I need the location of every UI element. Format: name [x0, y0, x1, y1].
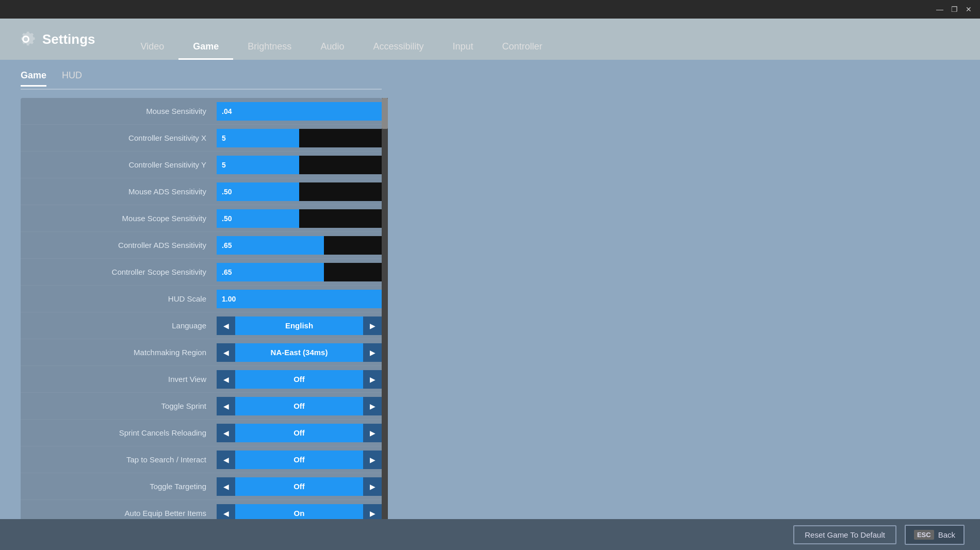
app-logo: Settings [15, 29, 95, 49]
matchmaking-prev-button[interactable]: ◀ [217, 343, 235, 362]
mouse-ads-value: .50 [222, 188, 232, 196]
setting-label-toggle-sprint: Toggle Sprint [21, 402, 217, 410]
sprint-cancels-select: ◀ Off ▶ [217, 424, 382, 442]
toggle-sprint-prev-button[interactable]: ◀ [217, 397, 235, 415]
ctrl-sensitivity-y-slider[interactable]: 5 [217, 156, 382, 174]
toggle-targeting-select: ◀ Off ▶ [217, 477, 382, 496]
table-row: Matchmaking Region ◀ NA-East (34ms) ▶ [21, 339, 382, 366]
ctrl-sensitivity-x-slider[interactable]: 5 [217, 129, 382, 147]
table-row: Controller Scope Sensitivity .65 [21, 259, 382, 286]
nav-tab-brightness[interactable]: Brightness [233, 35, 306, 60]
matchmaking-value: NA-East (34ms) [235, 343, 363, 362]
nav-tab-game[interactable]: Game [178, 35, 233, 60]
toggle-targeting-prev-button[interactable]: ◀ [217, 477, 235, 496]
language-prev-button[interactable]: ◀ [217, 316, 235, 335]
close-button[interactable]: ✕ [961, 2, 976, 16]
esc-badge: ESC [914, 530, 934, 540]
scroll-thumb[interactable] [382, 98, 388, 129]
tap-search-next-button[interactable]: ▶ [363, 451, 382, 469]
toggle-sprint-value: Off [235, 397, 363, 415]
setting-label-ctrl-y: Controller Sensitivity Y [21, 160, 217, 169]
sprint-cancels-prev-button[interactable]: ◀ [217, 424, 235, 442]
ctrl-sensitivity-x-value: 5 [222, 134, 226, 142]
mouse-scope-value: .50 [222, 214, 232, 223]
setting-label-language: Language [21, 321, 217, 330]
setting-label-hud-scale: HUD Scale [21, 294, 217, 303]
table-row: HUD Scale 1.00 [21, 286, 382, 312]
setting-label-toggle-targeting: Toggle Targeting [21, 482, 217, 491]
hud-scale-slider[interactable]: 1.00 [217, 290, 382, 308]
language-select: ◀ English ▶ [217, 316, 382, 335]
setting-label-tap-search: Tap to Search / Interact [21, 455, 217, 464]
table-row: Sprint Cancels Reloading ◀ Off ▶ [21, 420, 382, 446]
setting-label-invert-view: Invert View [21, 375, 217, 384]
settings-container: Mouse Sensitivity .04 Controller Sensiti… [21, 98, 382, 550]
setting-label-matchmaking: Matchmaking Region [21, 348, 217, 357]
ctrl-scope-slider[interactable]: .65 [217, 263, 382, 281]
nav-area: Settings Video Game Brightness Audio Acc… [0, 19, 980, 60]
ctrl-ads-slider[interactable]: .65 [217, 236, 382, 255]
sub-tab-hud[interactable]: HUD [62, 70, 82, 87]
toggle-targeting-value: Off [235, 477, 363, 496]
setting-label-ctrl-scope: Controller Scope Sensitivity [21, 268, 217, 276]
mouse-sensitivity-slider[interactable]: .04 [217, 102, 382, 121]
ctrl-scope-value: .65 [222, 268, 232, 276]
minimize-button[interactable]: — [933, 2, 947, 16]
tap-search-prev-button[interactable]: ◀ [217, 451, 235, 469]
invert-view-next-button[interactable]: ▶ [363, 370, 382, 389]
mouse-sensitivity-value: .04 [222, 107, 232, 115]
main-content: Game HUD Mouse Sensitivity .04 Controlle… [0, 60, 980, 519]
sprint-cancels-value: Off [235, 424, 363, 442]
table-row: Toggle Targeting ◀ Off ▶ [21, 473, 382, 500]
table-row: Controller Sensitivity X 5 [21, 125, 382, 152]
toggle-targeting-next-button[interactable]: ▶ [363, 477, 382, 496]
invert-view-value: Off [235, 370, 363, 389]
mouse-ads-slider[interactable]: .50 [217, 182, 382, 201]
setting-label-mouse-scope: Mouse Scope Sensitivity [21, 214, 217, 223]
matchmaking-next-button[interactable]: ▶ [363, 343, 382, 362]
gear-icon [15, 29, 36, 49]
setting-label-ctrl-x: Controller Sensitivity X [21, 134, 217, 142]
tap-search-select: ◀ Off ▶ [217, 451, 382, 469]
mouse-scope-slider[interactable]: .50 [217, 209, 382, 228]
table-row: Tap to Search / Interact ◀ Off ▶ [21, 446, 382, 473]
nav-tab-accessibility[interactable]: Accessibility [358, 35, 438, 60]
sub-tabs: Game HUD [21, 70, 382, 90]
ctrl-sensitivity-y-value: 5 [222, 161, 226, 169]
scrollbar[interactable] [382, 98, 388, 550]
toggle-sprint-select: ◀ Off ▶ [217, 397, 382, 415]
reset-button[interactable]: Reset Game To Default [793, 525, 896, 544]
bottom-bar: Reset Game To Default ESC Back [0, 519, 980, 550]
tap-search-value: Off [235, 451, 363, 469]
invert-view-select: ◀ Off ▶ [217, 370, 382, 389]
invert-view-prev-button[interactable]: ◀ [217, 370, 235, 389]
table-row: Invert View ◀ Off ▶ [21, 366, 382, 393]
hud-scale-value: 1.00 [222, 295, 236, 303]
setting-label-mouse-ads: Mouse ADS Sensitivity [21, 187, 217, 196]
nav-tab-video[interactable]: Video [126, 35, 179, 60]
sprint-cancels-next-button[interactable]: ▶ [363, 424, 382, 442]
maximize-button[interactable]: ❐ [947, 2, 961, 16]
back-label: Back [938, 530, 955, 539]
table-row: Mouse Sensitivity .04 [21, 98, 382, 125]
table-row: Toggle Sprint ◀ Off ▶ [21, 393, 382, 420]
nav-tab-input[interactable]: Input [438, 35, 487, 60]
setting-label-sprint-cancels: Sprint Cancels Reloading [21, 428, 217, 437]
sub-tab-game[interactable]: Game [21, 70, 46, 87]
table-row: Language ◀ English ▶ [21, 312, 382, 339]
settings-wrapper: Mouse Sensitivity .04 Controller Sensiti… [21, 98, 959, 550]
nav-tabs: Video Game Brightness Audio Accessibilit… [126, 19, 557, 60]
matchmaking-select: ◀ NA-East (34ms) ▶ [217, 343, 382, 362]
title-bar: — ❐ ✕ [0, 0, 980, 19]
toggle-sprint-next-button[interactable]: ▶ [363, 397, 382, 415]
app-title: Settings [42, 31, 95, 47]
table-row: Mouse ADS Sensitivity .50 [21, 178, 382, 205]
table-row: Controller Sensitivity Y 5 [21, 152, 382, 178]
back-button[interactable]: ESC Back [905, 525, 965, 545]
language-next-button[interactable]: ▶ [363, 316, 382, 335]
setting-label-auto-equip: Auto Equip Better Items [21, 509, 217, 518]
nav-tab-audio[interactable]: Audio [306, 35, 358, 60]
table-row: Controller ADS Sensitivity .65 [21, 232, 382, 259]
table-row: Mouse Scope Sensitivity .50 [21, 205, 382, 232]
nav-tab-controller[interactable]: Controller [488, 35, 557, 60]
